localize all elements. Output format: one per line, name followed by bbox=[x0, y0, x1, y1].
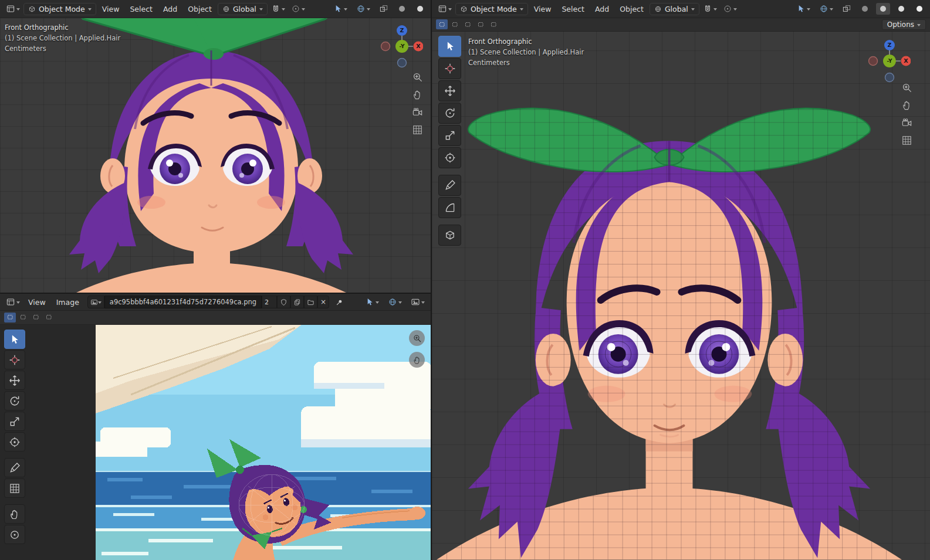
viewport-canvas[interactable]: Front Orthographic (1) Scene Collection … bbox=[432, 18, 930, 560]
tool-add-cube[interactable] bbox=[438, 225, 461, 246]
tool-sample[interactable] bbox=[4, 525, 25, 544]
xray-toggle[interactable] bbox=[377, 3, 391, 15]
gizmo-axis-x[interactable]: X bbox=[414, 42, 424, 52]
camera-view-icon[interactable] bbox=[412, 107, 423, 118]
xray-toggle[interactable] bbox=[840, 3, 854, 15]
select-mode-set[interactable] bbox=[4, 313, 16, 323]
shading-solid-button[interactable] bbox=[413, 3, 427, 15]
camera-view-icon[interactable] bbox=[901, 117, 912, 128]
toggle-grid-icon[interactable] bbox=[901, 135, 912, 146]
tool-move[interactable] bbox=[4, 371, 25, 390]
tool-rotate[interactable] bbox=[4, 391, 25, 410]
pan-button[interactable] bbox=[409, 352, 425, 368]
pan-hand-icon[interactable] bbox=[412, 89, 423, 100]
show-gizmo-toggle[interactable] bbox=[363, 296, 381, 308]
snap-toggle[interactable] bbox=[269, 3, 288, 15]
editor-type-button[interactable] bbox=[4, 296, 22, 308]
show-overlays-toggle[interactable] bbox=[817, 3, 836, 15]
menu-image[interactable]: Image bbox=[52, 298, 84, 307]
select-mode-set[interactable] bbox=[436, 19, 448, 29]
show-gizmo-toggle[interactable] bbox=[794, 3, 813, 15]
tool-annotate[interactable] bbox=[4, 458, 25, 477]
toggle-grid-icon[interactable] bbox=[412, 124, 423, 135]
editor-type-button[interactable] bbox=[4, 3, 22, 15]
show-overlays-toggle[interactable] bbox=[354, 3, 373, 15]
tool-move[interactable] bbox=[438, 80, 461, 101]
open-image-button[interactable] bbox=[304, 296, 317, 308]
tool-transform[interactable] bbox=[4, 432, 25, 452]
shading-wireframe-button[interactable] bbox=[395, 3, 409, 15]
pin-button[interactable] bbox=[333, 297, 346, 307]
tool-measure[interactable] bbox=[438, 197, 461, 218]
editor-type-button[interactable] bbox=[435, 3, 454, 15]
gizmo-axis-minus-x[interactable] bbox=[381, 42, 390, 51]
gizmo-axis-x[interactable]: X bbox=[901, 56, 911, 66]
show-gizmo-toggle[interactable] bbox=[331, 3, 350, 15]
image-editor-canvas[interactable] bbox=[0, 324, 431, 560]
fake-user-button[interactable] bbox=[277, 296, 290, 308]
menu-select[interactable]: Select bbox=[557, 5, 589, 13]
menu-object[interactable]: Object bbox=[183, 5, 217, 13]
shading-solid-button[interactable] bbox=[876, 3, 890, 15]
new-image-button[interactable] bbox=[290, 296, 304, 308]
browse-image-button[interactable] bbox=[87, 296, 104, 308]
gizmo-axis-minus-z[interactable] bbox=[398, 59, 407, 67]
tool-scale[interactable] bbox=[4, 412, 25, 431]
gizmo-axis-z[interactable]: Z bbox=[397, 25, 407, 36]
tool-tweak-select[interactable] bbox=[4, 330, 25, 349]
snap-toggle[interactable] bbox=[701, 3, 719, 15]
select-mode-extend[interactable] bbox=[17, 313, 29, 323]
tool-mask-box[interactable] bbox=[4, 478, 25, 498]
zoom-icon[interactable] bbox=[901, 82, 912, 93]
proportional-editing-toggle[interactable] bbox=[721, 3, 739, 15]
gizmo-axis-minus-y[interactable]: -Y bbox=[395, 40, 408, 53]
select-mode-subtract[interactable] bbox=[30, 313, 42, 323]
tool-annotate[interactable] bbox=[438, 175, 461, 196]
mode-dropdown[interactable]: Object Mode bbox=[23, 3, 96, 15]
shading-material-button[interactable] bbox=[894, 3, 908, 15]
viewport-canvas[interactable]: Front Orthographic (1) Scene Collection … bbox=[0, 18, 431, 293]
options-button[interactable]: Options bbox=[882, 19, 926, 30]
reference-image[interactable] bbox=[96, 324, 431, 560]
menu-add[interactable]: Add bbox=[590, 5, 614, 13]
tool-box-select[interactable] bbox=[438, 36, 461, 57]
shading-wireframe-button[interactable] bbox=[858, 3, 872, 15]
select-mode-extend[interactable] bbox=[449, 19, 461, 29]
gizmo-axis-minus-y[interactable]: -Y bbox=[883, 55, 896, 67]
proportional-editing-toggle[interactable] bbox=[289, 3, 307, 15]
menu-select[interactable]: Select bbox=[125, 5, 157, 13]
select-mode-invert[interactable] bbox=[475, 19, 486, 29]
mode-dropdown[interactable]: Object Mode bbox=[455, 3, 528, 15]
menu-view[interactable]: View bbox=[97, 5, 124, 13]
gizmo-axis-z[interactable]: Z bbox=[884, 40, 895, 50]
menu-add[interactable]: Add bbox=[158, 5, 182, 13]
select-mode-intersect[interactable] bbox=[488, 19, 499, 29]
menu-view[interactable]: View bbox=[23, 298, 50, 307]
select-mode-intersect[interactable] bbox=[43, 313, 55, 323]
shading-rendered-button[interactable] bbox=[912, 3, 926, 15]
zoom-button[interactable] bbox=[409, 330, 425, 346]
tool-cursor-3d[interactable] bbox=[438, 58, 461, 79]
tool-scale[interactable] bbox=[438, 125, 461, 146]
tool-transform[interactable] bbox=[438, 147, 461, 168]
users-count-button[interactable]: 2 bbox=[262, 296, 277, 308]
tool-grab[interactable] bbox=[4, 504, 25, 524]
display-channels-toggle[interactable] bbox=[408, 296, 427, 308]
pan-hand-icon[interactable] bbox=[901, 100, 912, 111]
menu-object[interactable]: Object bbox=[615, 5, 648, 13]
show-overlays-toggle[interactable] bbox=[385, 296, 404, 308]
navigation-gizmo[interactable]: Z X -Y bbox=[866, 39, 911, 83]
unlink-image-button[interactable]: × bbox=[317, 296, 329, 308]
character-render-wireframe[interactable] bbox=[432, 32, 930, 560]
navigation-gizmo[interactable]: Z X -Y bbox=[378, 24, 423, 69]
orientation-dropdown[interactable]: Global bbox=[650, 3, 699, 15]
zoom-icon[interactable] bbox=[412, 72, 423, 83]
orientation-dropdown[interactable]: Global bbox=[218, 3, 268, 15]
image-name-field[interactable]: a9c95bbbf4a601231f4d75d7276049ca.png bbox=[104, 296, 262, 308]
tool-cursor[interactable] bbox=[4, 350, 25, 369]
tool-rotate[interactable] bbox=[438, 103, 461, 124]
character-render-solid[interactable] bbox=[0, 18, 431, 293]
menu-view[interactable]: View bbox=[529, 5, 556, 13]
select-mode-subtract[interactable] bbox=[462, 19, 474, 29]
bow-object[interactable] bbox=[79, 18, 330, 60]
